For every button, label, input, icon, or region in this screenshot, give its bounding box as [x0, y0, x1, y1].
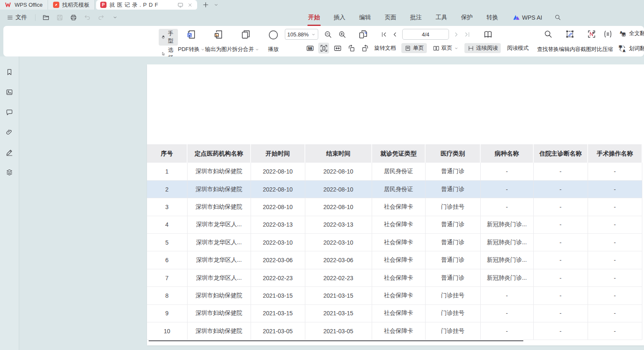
pdf-convert-button[interactable]: PDF转换	[178, 29, 205, 54]
table-row: 1深圳市妇幼保健院2022-08-102022-08-10居民身份证普通门诊--…	[147, 163, 642, 180]
table-cell: 新冠肺炎门诊...	[480, 216, 533, 233]
window-tab-bar: WPS Office 找稻壳模板 P 就医记录.PDF	[0, 0, 644, 10]
edit-content-button[interactable]: 编辑内容	[559, 29, 581, 54]
redo-button[interactable]	[96, 13, 106, 23]
rotate-left-button[interactable]	[346, 43, 357, 54]
undo-button[interactable]	[82, 13, 92, 23]
bookmark-panel-button[interactable]	[4, 66, 15, 78]
menu-tab-comment[interactable]: 批注	[409, 12, 423, 23]
menu-tab-insert[interactable]: 插入	[333, 12, 346, 23]
fit-page-button[interactable]	[318, 43, 329, 54]
document-workspace: 序号定点医药机构名称开始时间结束时间就诊凭证类型医疗类别病种名称住院主诊断名称手…	[0, 56, 644, 350]
layers-panel-button[interactable]	[4, 166, 15, 178]
thumbnails-panel-button[interactable]	[4, 86, 15, 98]
continuous-reading-button[interactable]: 连续阅读	[464, 43, 501, 53]
split-merge-icon	[241, 29, 251, 40]
table-cell: -	[588, 198, 642, 216]
attachments-panel-button[interactable]	[4, 126, 15, 138]
layers-icon	[5, 169, 13, 176]
menu-tab-convert[interactable]: 转换	[486, 12, 499, 23]
redo-icon	[97, 14, 105, 21]
fit-width-button[interactable]	[332, 43, 343, 54]
table-cell: -	[533, 251, 588, 269]
zoom-in-icon[interactable]	[338, 30, 347, 39]
read-mode-label[interactable]: 阅读模式	[507, 44, 529, 52]
pdf-convert-icon	[186, 29, 197, 40]
zoom-level-select[interactable]: 105.88%	[285, 29, 318, 40]
file-menu-label: 文件	[15, 14, 27, 21]
hand-icon	[161, 34, 166, 41]
single-page-button[interactable]: 单页	[401, 43, 427, 53]
table-cell: 社会保障卡	[372, 304, 425, 322]
read-mode-icon[interactable]	[483, 29, 493, 40]
open-file-button[interactable]	[41, 13, 51, 23]
table-cell: -	[480, 163, 533, 180]
table-cell: 2021-03-15	[305, 304, 372, 322]
column-header: 病种名称	[480, 144, 533, 163]
comments-panel-button[interactable]	[4, 106, 15, 118]
export-as-image-button[interactable]: 输出为图片	[205, 29, 232, 54]
table-cell: 门诊挂号	[425, 198, 480, 216]
table-cell: 2022-03-06	[305, 251, 372, 269]
close-tab-icon[interactable]	[187, 2, 193, 8]
screen-cast-icon[interactable]	[177, 2, 184, 8]
tab-wps-office[interactable]: WPS Office	[0, 0, 48, 10]
screenshot-compare-button[interactable]: 截图对比	[581, 29, 602, 54]
signature-panel-button[interactable]	[4, 146, 15, 158]
pdf-page[interactable]: 序号定点医药机构名称开始时间结束时间就诊凭证类型医疗类别病种名称住院主诊断名称手…	[147, 64, 644, 345]
search-icon[interactable]	[554, 14, 561, 21]
rotate-right-button[interactable]	[360, 43, 370, 54]
full-text-translate-button[interactable]: A 字 全文翻译	[618, 29, 644, 38]
hamburger-icon	[7, 14, 13, 21]
hand-tool-button[interactable]: 手型	[159, 29, 178, 46]
file-menu-button[interactable]: 文件	[4, 13, 30, 23]
printer-icon	[70, 14, 77, 21]
table-cell: -	[533, 198, 588, 216]
svg-text:1:1: 1:1	[308, 46, 312, 49]
table-cell: -	[480, 304, 533, 322]
compress-button[interactable]: 压缩	[602, 29, 613, 54]
tab-docer-templates[interactable]: 找稻壳模板	[48, 0, 95, 10]
table-cell: -	[588, 251, 642, 269]
actual-size-button[interactable]: 1:1	[304, 43, 315, 54]
page-indicator-input[interactable]: 4/4	[402, 29, 449, 40]
table-cell: 5	[147, 234, 187, 251]
double-page-button[interactable]: 双页	[430, 43, 461, 53]
first-page-icon[interactable]	[380, 31, 388, 38]
table-cell: 2022-08-10	[305, 180, 372, 198]
pages-refresh-icon[interactable]	[358, 29, 368, 40]
previous-page-icon[interactable]	[391, 31, 398, 38]
last-page-icon[interactable]	[464, 31, 471, 38]
column-header: 医疗类别	[425, 144, 480, 163]
table-cell: 2022-02-23	[251, 269, 305, 286]
column-header: 住院主诊断名称	[533, 144, 588, 163]
print-button[interactable]	[68, 13, 79, 23]
table-cell: 2021-03-15	[251, 304, 305, 322]
wps-ai-button[interactable]: WPS AI	[513, 14, 542, 21]
menu-tab-page[interactable]: 页面	[384, 12, 397, 23]
fit-width-icon	[333, 44, 342, 53]
double-page-icon	[433, 45, 440, 52]
menu-tab-tools[interactable]: 工具	[435, 12, 448, 23]
tab-document-pdf[interactable]: P 就医记录.PDF	[96, 0, 197, 10]
table-cell: 社会保障卡	[372, 322, 425, 340]
table-cell: 深圳市妇幼保健院	[187, 322, 251, 340]
table-cell: 2022-03-06	[251, 251, 305, 269]
zoom-out-icon[interactable]	[324, 30, 332, 39]
menu-tab-edit[interactable]: 编辑	[358, 12, 372, 23]
next-page-icon[interactable]	[453, 31, 460, 38]
save-button[interactable]	[55, 13, 65, 23]
folder-open-icon	[42, 14, 50, 21]
play-button[interactable]: 播放	[268, 29, 279, 54]
compress-icon	[603, 29, 613, 39]
split-merge-button[interactable]: 拆分合并	[232, 29, 259, 54]
new-tab-icon[interactable]	[202, 1, 209, 8]
find-replace-button[interactable]: 查找替换	[537, 29, 559, 54]
rotate-doc-label[interactable]: 旋转文档	[374, 44, 396, 52]
word-translate-button[interactable]: 字 A 划词翻译	[618, 44, 644, 53]
menu-tab-start[interactable]: 开始	[307, 12, 321, 23]
quick-access-chevron[interactable]	[110, 13, 120, 23]
screenshot-compare-icon	[587, 29, 596, 39]
menu-tab-protect[interactable]: 保护	[460, 12, 474, 23]
tab-list-chevron-icon[interactable]	[213, 2, 219, 8]
